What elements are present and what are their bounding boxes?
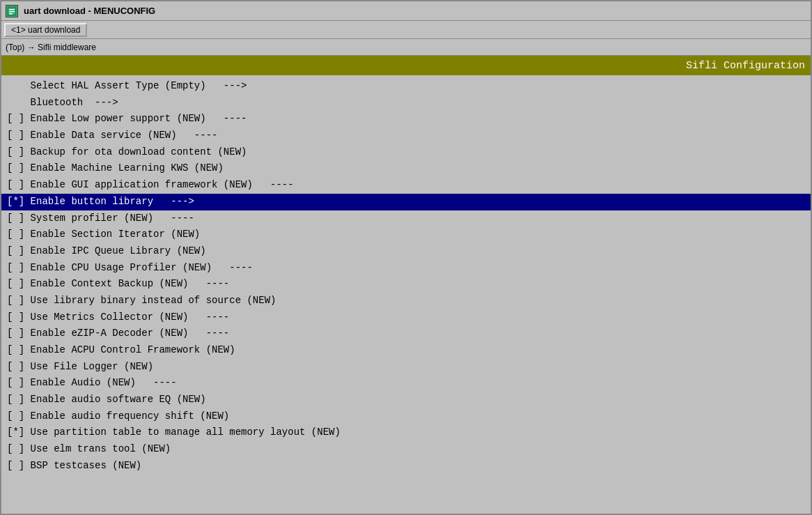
menu-line-10[interactable]: [ ] Enable Section Iterator (NEW) bbox=[1, 226, 811, 243]
menu-line-12[interactable]: [ ] Enable CPU Usage Profiler (NEW) ---- bbox=[1, 260, 811, 277]
menu-line-24[interactable]: [ ] BSP testcases (NEW) bbox=[1, 458, 811, 475]
menu-line-23[interactable]: [ ] Use elm trans tool (NEW) bbox=[1, 441, 811, 458]
header-bar: Sifli Configuration bbox=[1, 56, 811, 75]
menu-line-9[interactable]: [ ] System profiler (NEW) ---- bbox=[1, 210, 811, 227]
menu-line-2[interactable]: Bluetooth ---> bbox=[1, 95, 811, 112]
window-title: uart download - MENUCONFIG bbox=[24, 6, 155, 16]
breadcrumb: (Top) → Sifli middleware bbox=[1, 39, 811, 56]
menu-line-22[interactable]: [*] Use partition table to manage all me… bbox=[1, 424, 811, 441]
title-bar: uart download - MENUCONFIG bbox=[1, 1, 811, 21]
menu-line-19[interactable]: [ ] Enable Audio (NEW) ---- bbox=[1, 375, 811, 392]
menu-bar: <1> uart download bbox=[1, 21, 811, 39]
menu-line-13[interactable]: [ ] Enable Context Backup (NEW) ---- bbox=[1, 276, 811, 293]
menu-line-16[interactable]: [ ] Enable eZIP-A Decoder (NEW) ---- bbox=[1, 325, 811, 342]
menu-line-5[interactable]: [ ] Backup for ota download content (NEW… bbox=[1, 144, 811, 161]
menu-line-11[interactable]: [ ] Enable IPC Queue Library (NEW) bbox=[1, 243, 811, 260]
svg-rect-2 bbox=[9, 11, 15, 13]
menu-line-7[interactable]: [ ] Enable GUI application framework (NE… bbox=[1, 177, 811, 194]
menu-line-4[interactable]: [ ] Enable Data service (NEW) ---- bbox=[1, 128, 811, 144]
menu-line-15[interactable]: [ ] Use Metrics Collector (NEW) ---- bbox=[1, 309, 811, 326]
menu-content: Select HAL Assert Type (Empty) ---> Blue… bbox=[1, 75, 811, 514]
menu-line-8[interactable]: [*] Enable button library ---> bbox=[1, 194, 811, 210]
menu-line-3[interactable]: [ ] Enable Low power support (NEW) ---- bbox=[1, 111, 811, 128]
tab-uart-download[interactable]: <1> uart download bbox=[4, 23, 87, 37]
svg-rect-3 bbox=[9, 13, 13, 15]
menu-line-17[interactable]: [ ] Enable ACPU Control Framework (NEW) bbox=[1, 342, 811, 359]
main-window: uart download - MENUCONFIG <1> uart down… bbox=[0, 0, 812, 515]
window-icon bbox=[6, 5, 18, 17]
menu-line-21[interactable]: [ ] Enable audio frequency shift (NEW) bbox=[1, 408, 811, 425]
menu-line-14[interactable]: [ ] Use library binary instead of source… bbox=[1, 293, 811, 309]
menu-line-20[interactable]: [ ] Enable audio software EQ (NEW) bbox=[1, 392, 811, 408]
menu-line-6[interactable]: [ ] Enable Machine Learning KWS (NEW) bbox=[1, 160, 811, 177]
breadcrumb-text: (Top) → Sifli middleware bbox=[6, 43, 96, 52]
menu-line-18[interactable]: [ ] Use File Logger (NEW) bbox=[1, 359, 811, 376]
tab-label: <1> uart download bbox=[11, 25, 80, 35]
header-title: Sifli Configuration bbox=[686, 60, 805, 72]
svg-rect-1 bbox=[9, 9, 15, 10]
menu-line-1[interactable]: Select HAL Assert Type (Empty) ---> bbox=[1, 78, 811, 95]
